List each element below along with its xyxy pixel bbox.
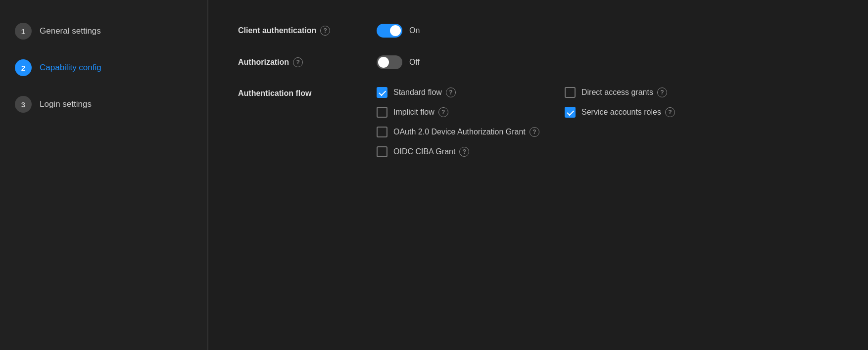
checkbox-item-standard-flow[interactable]: Standard flow ? xyxy=(377,87,545,98)
auth-flow-label: Authentication flow xyxy=(238,87,377,98)
authorization-label: Authorization ? xyxy=(238,55,377,67)
standard-flow-help-icon[interactable]: ? xyxy=(446,88,456,97)
checkbox-implicit-flow[interactable] xyxy=(377,107,387,118)
implicit-flow-help-icon[interactable]: ? xyxy=(438,107,448,117)
checkbox-oidc-ciba[interactable] xyxy=(377,146,387,157)
checkbox-label-oidc-ciba: OIDC CIBA Grant ? xyxy=(393,147,469,157)
client-auth-state-label: On xyxy=(409,26,420,35)
authorization-toggle[interactable] xyxy=(377,55,402,69)
client-auth-row: Client authentication ? On xyxy=(238,24,838,38)
step-circle-1: 1 xyxy=(15,23,32,40)
authorization-row: Authorization ? Off xyxy=(238,55,838,69)
sidebar-item-capability-config[interactable]: 2 Capability config xyxy=(15,56,193,79)
sidebar: 1 General settings 2 Capability config 3… xyxy=(0,0,208,350)
authorization-toggle-knob xyxy=(378,57,389,68)
checkbox-label-oauth-device-auth: OAuth 2.0 Device Authorization Grant ? xyxy=(393,127,539,137)
checkbox-label-implicit-flow: Implicit flow ? xyxy=(393,107,448,117)
sidebar-item-label-login-settings: Login settings xyxy=(40,99,92,109)
checkbox-standard-flow[interactable] xyxy=(377,87,387,98)
checkbox-direct-access-grants[interactable] xyxy=(565,87,576,98)
direct-access-grants-help-icon[interactable]: ? xyxy=(657,88,667,97)
checkbox-service-accounts-roles[interactable] xyxy=(565,107,576,118)
auth-flow-checkboxes: Standard flow ? Direct access grants ? I… xyxy=(377,87,675,157)
checkbox-item-oauth-device-auth[interactable]: OAuth 2.0 Device Authorization Grant ? xyxy=(377,127,675,137)
oauth-device-auth-help-icon[interactable]: ? xyxy=(530,127,539,137)
sidebar-item-label-capability-config: Capability config xyxy=(40,63,101,73)
checkbox-item-direct-access-grants[interactable]: Direct access grants ? xyxy=(565,87,675,98)
sidebar-item-label-general-settings: General settings xyxy=(40,26,101,36)
oidc-ciba-help-icon[interactable]: ? xyxy=(459,147,469,157)
step-circle-3: 3 xyxy=(15,96,32,113)
client-auth-label: Client authentication ? xyxy=(238,24,377,36)
checkbox-oauth-device-auth[interactable] xyxy=(377,127,387,137)
checkbox-label-service-accounts-roles: Service accounts roles ? xyxy=(581,107,675,117)
authorization-state-label: Off xyxy=(409,58,420,67)
client-auth-help-icon[interactable]: ? xyxy=(320,26,330,36)
client-auth-toggle-knob xyxy=(390,25,401,36)
client-auth-control: On xyxy=(377,24,420,38)
checkbox-label-direct-access-grants: Direct access grants ? xyxy=(581,88,667,97)
authorization-control: Off xyxy=(377,55,420,69)
step-circle-2: 2 xyxy=(15,59,32,76)
auth-flow-section: Authentication flow Standard flow ? Dire… xyxy=(238,87,838,157)
sidebar-item-general-settings[interactable]: 1 General settings xyxy=(15,20,193,43)
checkbox-item-service-accounts-roles[interactable]: Service accounts roles ? xyxy=(565,107,675,118)
main-content: Client authentication ? On Authorization… xyxy=(208,0,868,350)
checkbox-label-standard-flow: Standard flow ? xyxy=(393,88,456,97)
sidebar-item-login-settings[interactable]: 3 Login settings xyxy=(15,93,193,116)
client-auth-toggle[interactable] xyxy=(377,24,402,38)
service-accounts-roles-help-icon[interactable]: ? xyxy=(665,107,675,117)
authorization-help-icon[interactable]: ? xyxy=(293,57,303,67)
checkbox-item-oidc-ciba[interactable]: OIDC CIBA Grant ? xyxy=(377,146,675,157)
checkbox-item-implicit-flow[interactable]: Implicit flow ? xyxy=(377,107,545,118)
